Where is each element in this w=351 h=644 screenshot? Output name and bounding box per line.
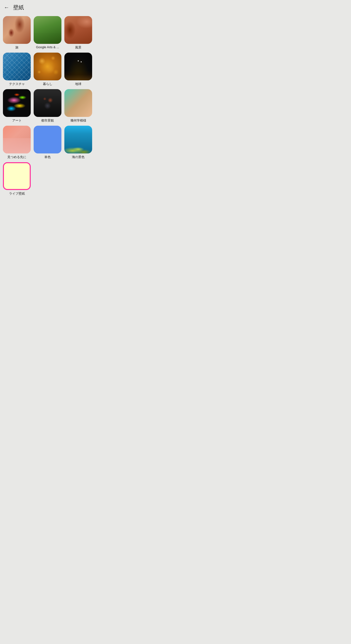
item-label-gazing: 見つめる先に [7, 155, 26, 159]
page-title: 壁紙 [13, 4, 24, 11]
wallpaper-item-solid[interactable]: 単色 [34, 126, 62, 159]
app-container: ← 壁紙 旅 Google Arts & ... 風景 テクスチャ 暮らし [0, 0, 95, 202]
item-label-geometric: 幾何学模様 [71, 118, 86, 123]
wallpaper-item-landscape[interactable]: 風景 [64, 16, 92, 50]
item-label-earth: 地球 [75, 82, 81, 86]
thumb-live [3, 162, 31, 190]
item-label-arts: Google Arts & ... [36, 45, 59, 49]
thumb-sea [64, 126, 92, 154]
wallpaper-item-arts[interactable]: Google Arts & ... [34, 16, 62, 50]
wallpaper-item-geometric[interactable]: 幾何学模様 [64, 89, 92, 123]
item-label-art: アート [12, 118, 22, 123]
thumb-cityscape [34, 89, 62, 117]
thumb-texture [3, 52, 31, 80]
wallpaper-grid: 旅 Google Arts & ... 風景 テクスチャ 暮らし 地球 アート [0, 14, 95, 202]
thumb-solid [34, 126, 62, 154]
item-label-solid: 単色 [44, 155, 51, 159]
thumb-landscape [64, 16, 92, 44]
item-label-live: ライブ壁紙 [9, 192, 25, 196]
item-label-sea: 海の景色 [72, 155, 85, 159]
wallpaper-item-earth[interactable]: 地球 [64, 52, 92, 86]
header: ← 壁紙 [0, 0, 95, 14]
wallpaper-item-texture[interactable]: テクスチャ [3, 52, 31, 86]
wallpaper-item-travel[interactable]: 旅 [3, 16, 31, 50]
thumb-gazing [3, 126, 31, 154]
thumb-geometric [64, 89, 92, 117]
wallpaper-item-sea[interactable]: 海の景色 [64, 126, 92, 159]
wallpaper-item-art[interactable]: アート [3, 89, 31, 123]
back-button[interactable]: ← [4, 4, 9, 11]
thumb-arts [34, 16, 62, 44]
item-label-texture: テクスチャ [9, 82, 25, 86]
thumb-earth [64, 52, 92, 80]
item-label-travel: 旅 [15, 45, 19, 50]
wallpaper-item-live[interactable]: ライブ壁紙 [3, 162, 31, 196]
thumb-travel [3, 16, 31, 44]
wallpaper-item-cityscape[interactable]: 都市景観 [34, 89, 62, 123]
thumb-living [34, 52, 62, 80]
item-label-living: 暮らし [43, 82, 52, 86]
wallpaper-item-gazing[interactable]: 見つめる先に [3, 126, 31, 159]
item-label-cityscape: 都市景観 [41, 118, 54, 123]
thumb-art [3, 89, 31, 117]
wallpaper-item-living[interactable]: 暮らし [34, 52, 62, 86]
item-label-landscape: 風景 [75, 45, 81, 50]
